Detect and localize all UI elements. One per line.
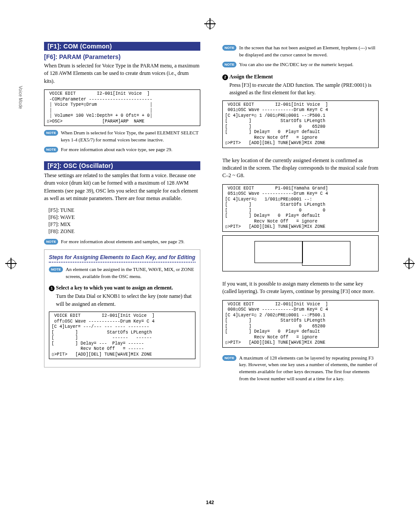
page-number: 142 [206, 500, 214, 505]
crop-mark-right [403, 258, 415, 269]
steps-title: Steps for Assigning Elements to Each Key… [49, 254, 195, 263]
note-more-info-voice: NOTE For more information about each voi… [44, 146, 200, 153]
osc-paragraph: These settings are related to the sample… [44, 172, 200, 203]
diagram-box-2 [302, 241, 350, 266]
crop-mark-left [5, 258, 17, 269]
lcd-assign-element-screen: VOICE EDIT I2-001[Init Voice ] 001▯OSC W… [222, 100, 379, 148]
note-assign-screens: NOTE An element can be assigned in the T… [49, 266, 195, 280]
step-2-body: Press [F3] to execute the ADD function. … [229, 82, 379, 97]
note-icon: NOTE [44, 147, 58, 152]
note-voice-type: NOTE When Drum is selected for Voice Typ… [44, 130, 200, 144]
layering-paragraph: If you want, it is possible to assign ma… [222, 280, 379, 296]
step-1-body: Turn the Data Dial or KNOB1 to select th… [56, 293, 195, 308]
note-icon: NOTE [44, 239, 58, 245]
heading-f1-com: [F1]: COM (Common) [44, 42, 200, 51]
side-tab-label: Voice Mode [18, 86, 23, 109]
note-hyphens: NOTE In the screen that has not been ass… [222, 45, 379, 59]
param-paragraph: When Drum is selected for Voice Type in … [44, 62, 200, 85]
note-icon: NOTE [222, 355, 236, 361]
diagram-box-1 [254, 241, 303, 263]
step-number-1: 1 [49, 286, 55, 291]
step-number-2: 2 [222, 74, 228, 80]
heading-f2-osc: [F2]: OSC (Oscillator) [44, 161, 200, 170]
lcd-select-key-screen: VOICE EDIT I2-001[Init Voice ] off▯OSC W… [49, 312, 195, 359]
right-column: NOTE In the screen that has not been ass… [222, 42, 379, 385]
step-2-heading: 2Assign the Element [222, 74, 379, 80]
left-column: [F1]: COM (Common) [F6]: PARAM (Paramete… [44, 42, 200, 385]
lcd-key-location-screen: VOICE EDIT P1-001[Yamaha Grand] 051▯OSC … [222, 184, 379, 232]
menu-item-tune: [F5]: TUNE [48, 207, 200, 214]
note-icon: NOTE [44, 130, 58, 136]
lcd-param-screen: VOICE EDIT I2-001[Init Voice ] -COM▯Para… [44, 89, 200, 126]
key-diagram [222, 235, 379, 271]
menu-item-mix: [F7]: MIX [48, 221, 200, 228]
note-max-elements: NOTE A maximum of 128 elements can be la… [222, 355, 379, 383]
menu-item-zone: [F8]: ZONE [48, 228, 200, 235]
note-icon: NOTE [222, 45, 236, 51]
note-icon: NOTE [222, 62, 236, 67]
note-icon: NOTE [49, 267, 63, 272]
heading-f6-param: [F6]: PARAM (Parameters) [44, 53, 200, 60]
lcd-layer-screen: VOICE EDIT I2-001[Init Voice ] 008▯OSC W… [222, 300, 379, 348]
note-elements-samples: NOTE For more information about elements… [44, 238, 200, 245]
steps-box: Steps for Assigning Elements to Each Key… [44, 249, 200, 367]
osc-menu-list: [F5]: TUNE [F6]: WAVE [F7]: MIX [F8]: ZO… [48, 207, 200, 235]
note-inc-dec: NOTE You can also use the INC/DEC key or… [222, 61, 379, 68]
menu-item-wave: [F6]: WAVE [48, 214, 200, 221]
step-1-heading: 1Select a key to which you want to assig… [49, 285, 195, 291]
crop-mark-top [204, 18, 216, 30]
key-location-paragraph: The key location of the currently assign… [222, 157, 379, 180]
